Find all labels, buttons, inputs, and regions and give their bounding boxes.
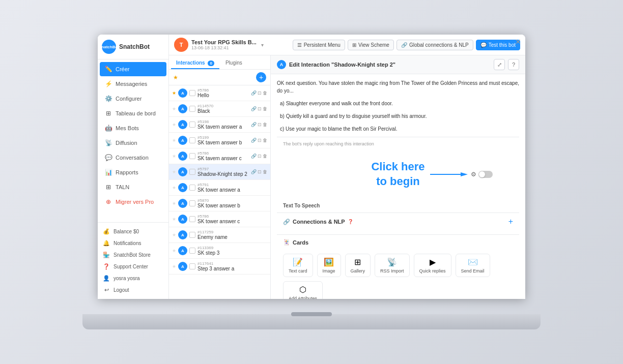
delete-icon: 🗑 xyxy=(263,138,267,143)
copy-icon: ⊡ xyxy=(258,154,262,159)
sidebar-item-configurer-label: Configurer xyxy=(116,96,141,102)
footer-user[interactable]: 👤 yosra yosra xyxy=(98,272,168,284)
interactions-panel: Interactions 0 Plugins ★ + xyxy=(169,55,271,299)
test-bot-button[interactable]: 💬 Test this bot xyxy=(476,40,520,50)
tab-interactions[interactable]: Interactions 0 xyxy=(171,57,219,69)
list-item[interactable]: ★ A #5786 SK tower answer c xyxy=(169,211,270,227)
list-item[interactable]: ★ A #117641 Step 3 answer a xyxy=(169,259,270,275)
star-icon: ★ xyxy=(172,185,176,190)
svg-marker-1 xyxy=(461,172,468,176)
help-button[interactable]: ? xyxy=(508,59,519,70)
copy-icon: ⊡ xyxy=(258,106,262,111)
tab-plugins[interactable]: Plugins xyxy=(220,57,247,69)
item-checkbox[interactable] xyxy=(189,106,195,112)
answer-a[interactable]: a) Slaughter everyone and walk out the f… xyxy=(277,99,519,108)
laptop-notch xyxy=(291,312,332,316)
card-image[interactable]: 🖼️ Image xyxy=(317,254,341,277)
laptop-base xyxy=(82,314,541,329)
cards-section: 🃏 Cards ✕ 📝 Text card xyxy=(277,234,519,299)
list-item[interactable]: ★ A #5791 SK tower answer a xyxy=(169,180,270,196)
copy-icon: ⊡ xyxy=(258,169,262,174)
item-avatar: A xyxy=(178,88,187,98)
copy-icon: ⊡ xyxy=(258,122,262,127)
support-icon: ❓ xyxy=(103,263,110,270)
item-checkbox[interactable] xyxy=(189,232,195,238)
link-icon: 🔗 xyxy=(251,138,257,143)
item-checkbox[interactable] xyxy=(189,122,195,128)
list-item[interactable]: ★ A #117259 Enemy name xyxy=(169,227,270,243)
link-icon: 🔗 xyxy=(251,106,257,111)
persistent-menu-button[interactable]: ☰ Persistent Menu xyxy=(293,40,345,50)
star-icon: ★ xyxy=(173,74,178,81)
global-connections-button[interactable]: 🔗 Global connections & NLP xyxy=(397,40,473,50)
sidebar-item-diffusion[interactable]: 📡 Diffusion xyxy=(100,136,166,150)
item-checkbox[interactable] xyxy=(189,137,195,143)
footer-balance[interactable]: 💰 Balance $0 xyxy=(98,226,168,237)
sidebar-item-messageries[interactable]: ⚡ Messageries xyxy=(100,77,166,91)
add-interaction-button[interactable]: + xyxy=(256,72,266,82)
connections-header: 🔗 Connections & NLP ❓ + xyxy=(283,217,513,226)
list-item[interactable]: ★ A #5199 SK tavern answer b 🔗 ⊡ xyxy=(169,133,270,148)
card-quick-replies[interactable]: ▶ Quick replies xyxy=(414,254,451,277)
sidebar: SnatchBot SnatchBot ✏️ Créer ⚡ Messageri… xyxy=(98,35,169,299)
sidebar-item-rapports[interactable]: 📊 Rapports xyxy=(100,165,166,179)
sidebar-item-taln[interactable]: ⊞ TALN xyxy=(100,180,166,194)
list-item[interactable]: ★ A #5786 SK tavern answer c 🔗 ⊡ xyxy=(169,148,270,164)
copy-icon: ⊡ xyxy=(258,138,262,143)
sidebar-item-conversation[interactable]: 💬 Conversation xyxy=(100,150,166,165)
list-item[interactable]: ★ A #5198 SK tavern answer a 🔗 ⊡ xyxy=(169,117,270,133)
item-checkbox[interactable] xyxy=(189,153,195,159)
notifications-label: Notifications xyxy=(114,240,141,246)
user-icon: 👤 xyxy=(103,275,110,282)
add-connection-button[interactable]: + xyxy=(508,217,513,226)
cards-title: 🃏 Cards xyxy=(283,239,308,246)
sidebar-item-mesbots[interactable]: 🤖 Mes Bots xyxy=(100,121,166,135)
footer-logout[interactable]: ↩ Logout xyxy=(98,284,168,296)
star-filter[interactable]: ★ xyxy=(173,74,178,81)
bot-info: T Test Your RPG Skills B... 13-06-18 13:… xyxy=(174,38,289,52)
answer-c[interactable]: c) Use your magic to blame the theft on … xyxy=(277,124,519,134)
footer-store[interactable]: 🏪 SnatchBot Store xyxy=(98,249,168,261)
list-item[interactable]: ★ A #5786 Hello 🔗 ⊡ 🗑 xyxy=(169,85,270,101)
sidebar-footer: 💰 Balance $0 🔔 Notifications 🏪 SnatchBot… xyxy=(98,222,168,299)
card-rss[interactable]: 📡 RSS Import xyxy=(375,254,410,277)
expand-button[interactable]: ⤢ xyxy=(494,59,505,70)
item-checkbox[interactable] xyxy=(189,90,195,96)
interaction-list: ★ A #5786 Hello 🔗 ⊡ 🗑 xyxy=(169,85,270,299)
sidebar-item-creer[interactable]: ✏️ Créer xyxy=(100,62,166,76)
item-checkbox[interactable] xyxy=(189,169,195,175)
topbar-actions: ☰ Persistent Menu ⊞ View Scheme 🔗 Global… xyxy=(293,40,520,50)
card-text-card[interactable]: 📝 Text card xyxy=(283,254,313,277)
card-add-attributes[interactable]: ⬡ Add Attributes xyxy=(283,281,323,299)
notifications-icon: 🔔 xyxy=(103,240,110,247)
list-item[interactable]: ★ A #114570 Black 🔗 ⊡ 🗑 xyxy=(169,101,270,117)
connections-section: 🔗 Connections & NLP ❓ + xyxy=(277,213,519,234)
footer-support[interactable]: ❓ Support Center xyxy=(98,261,168,272)
item-checkbox[interactable] xyxy=(189,200,195,206)
sidebar-item-tableau[interactable]: ⊞ Tableau de bord xyxy=(100,106,166,120)
card-send-email[interactable]: ✉️ Send Email xyxy=(456,254,490,277)
list-item[interactable]: ★ A #113369 SK step 3 xyxy=(169,243,270,259)
item-avatar: A xyxy=(178,183,187,192)
list-item[interactable]: ★ A #5870 SK tower answer b xyxy=(169,196,270,211)
answer-b[interactable]: b) Quietly kill a guard and try to disgu… xyxy=(277,111,519,121)
card-gallery[interactable]: ⊞ Gallery xyxy=(345,254,371,277)
click-here-overlay[interactable]: Click hereto begin ⚙ xyxy=(283,149,513,199)
bot-dropdown-icon[interactable]: ▾ xyxy=(261,42,264,48)
footer-notifications[interactable]: 🔔 Notifications xyxy=(98,237,168,249)
panel-toolbar: ★ + xyxy=(169,70,270,85)
list-item[interactable]: ★ A #5797 Shadow-Knight step 2 🔗 ⊡ xyxy=(169,164,270,180)
connections-help-icon[interactable]: ❓ xyxy=(348,219,353,224)
gear-icon[interactable]: ⚙ xyxy=(471,171,476,178)
sidebar-item-configurer[interactable]: ⚙️ Configurer xyxy=(100,92,166,106)
item-checkbox[interactable] xyxy=(189,248,195,254)
item-checkbox[interactable] xyxy=(189,263,195,269)
panel-tabs: Interactions 0 Plugins xyxy=(169,55,270,70)
tts-toggle[interactable] xyxy=(478,171,493,178)
link-icon: 🔗 xyxy=(251,122,257,127)
view-scheme-button[interactable]: ⊞ View Scheme xyxy=(348,40,394,50)
star-icon: ★ xyxy=(172,90,176,96)
item-checkbox[interactable] xyxy=(189,185,195,191)
item-checkbox[interactable] xyxy=(189,216,195,222)
sidebar-item-migrer[interactable]: ⊕ Migrer vers Pro xyxy=(100,195,166,209)
